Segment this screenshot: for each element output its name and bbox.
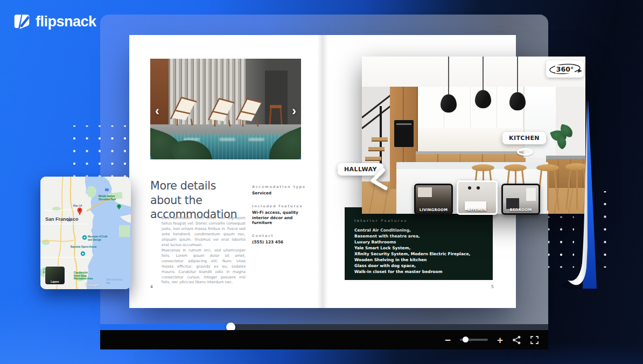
- pool-photo: [150, 59, 170, 124]
- logo-wordmark: flipsnack: [36, 13, 96, 30]
- page-number-right: 5: [491, 284, 494, 289]
- zoom-in-button[interactable]: +: [497, 335, 503, 345]
- flipsnack-logo[interactable]: flipsnack: [13, 13, 96, 30]
- feature-item: Luxury Bathrooms: [354, 239, 483, 245]
- carousel-prev-button[interactable]: ‹: [155, 105, 159, 117]
- body-paragraph: Duis sollicitudin enim arcu, non digniss…: [162, 216, 246, 248]
- thumbnail-bedroom[interactable]: BEDROOM: [501, 184, 540, 215]
- share-icon: [512, 335, 521, 345]
- page-curl-decoration: [560, 85, 611, 296]
- feature-item: Basement with theatre area,: [354, 233, 483, 239]
- feature-item: Central Air Conditioning,: [354, 227, 483, 233]
- carousel-next-button[interactable]: ›: [292, 105, 296, 117]
- map-pin-label: Pier 14: [73, 204, 82, 207]
- detail-value: Wi-Fi access, quality interior décor and…: [252, 210, 308, 226]
- detail-value: (555) 123 456: [252, 240, 308, 245]
- page-progress-bar[interactable]: [100, 324, 548, 330]
- badge-360: 360°: [546, 60, 584, 78]
- progress-fill: [100, 324, 230, 330]
- layers-label: Layers: [45, 281, 65, 283]
- detail-label: Accomodation type: [252, 185, 308, 189]
- feature-item: Xfinity Security System, Modern Electric…: [354, 251, 483, 257]
- hotspot-kitchen[interactable]: KITCHEN: [502, 132, 546, 144]
- map-park-label: Candlestick Point State Recreation Area: [74, 271, 94, 281]
- detail-value: Serviced: [252, 191, 308, 196]
- feature-item: Wooden Shelving in the kitchen: [354, 257, 483, 263]
- map-layers-button[interactable]: Layers: [45, 266, 65, 285]
- flipsnack-book-icon: [13, 14, 31, 30]
- map-park-label: Middle Harbor Shoreline Park: [99, 195, 122, 201]
- detail-label: Included features: [252, 204, 308, 208]
- hallway-chevron-icon[interactable]: [366, 166, 393, 194]
- pool-photo-carousel[interactable]: ‹ ›: [150, 59, 301, 159]
- thumbnail-livingroom[interactable]: LIVINGROOM: [414, 184, 453, 215]
- map-poi-label: Museum of Craft and Design: [88, 235, 111, 241]
- zoom-out-button[interactable]: −: [445, 335, 451, 345]
- badge-360-label: 360°: [555, 65, 575, 73]
- viewer-toolbar: − +: [100, 330, 548, 349]
- accommodation-details: Accomodation type Serviced Included feat…: [252, 185, 308, 253]
- hotspot-marker: [517, 148, 533, 156]
- page-number-left: 4: [150, 284, 153, 289]
- dot-pattern: [68, 125, 131, 177]
- map-bay-label: San Francisco Bay: [106, 278, 124, 284]
- feature-item: Glass door with dog space,: [354, 263, 483, 269]
- location-map[interactable]: San Francisco Pier 14 Middle Harbor Shor…: [40, 177, 131, 289]
- map-city-label: San Francisco: [45, 216, 79, 222]
- zoom-slider-handle[interactable]: [463, 337, 469, 342]
- fullscreen-icon: [530, 336, 539, 344]
- detail-label: Contact: [252, 234, 308, 238]
- body-paragraph: Maecenas in rutrum orci, sed ullamcorper…: [162, 248, 246, 285]
- map-poi-label: Bayview Opera House: [71, 246, 103, 249]
- google-attribution: Google: [86, 283, 99, 286]
- room-thumbnails: LIVINGROOM KITCHEN BEDROOM: [414, 180, 540, 215]
- fullscreen-button[interactable]: [530, 336, 539, 344]
- deck-chairs: [170, 91, 288, 130]
- page-heading: More details about the accommodation: [150, 179, 250, 222]
- zoom-slider[interactable]: [460, 339, 488, 341]
- feature-item: Yale Smart Lock System,: [354, 245, 483, 251]
- thumbnail-kitchen[interactable]: KITCHEN: [457, 180, 498, 215]
- feature-item: Walk-in closet for the master bedroom: [354, 269, 483, 275]
- features-title: Interior Features: [354, 219, 483, 223]
- book-center-fold: [317, 35, 328, 308]
- panorama-360-viewer[interactable]: 360° KITCHEN HALLWAY LIVINGROOM KITCHEN …: [362, 57, 585, 214]
- share-button[interactable]: [512, 335, 521, 345]
- interior-features-box: Interior Features Central Air Conditioni…: [345, 207, 493, 280]
